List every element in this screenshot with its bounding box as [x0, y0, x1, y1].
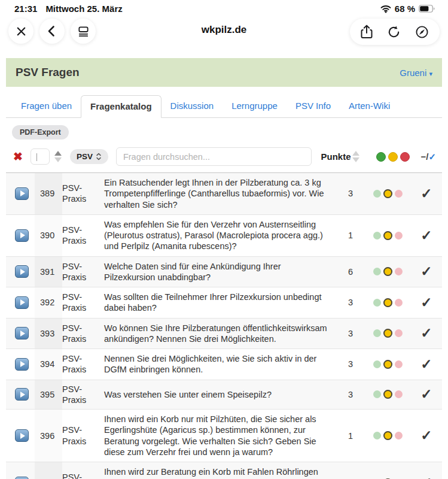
table-row: 391 PSV-Praxis Welche Daten sind für ein… — [6, 257, 442, 288]
yellow-light-icon[interactable] — [383, 431, 392, 440]
play-question-button[interactable] — [15, 358, 29, 371]
red-light-icon[interactable] — [395, 232, 403, 240]
yellow-light-icon[interactable] — [388, 152, 398, 162]
red-light-icon[interactable] — [395, 190, 403, 198]
question-id: 391 — [35, 257, 62, 287]
answered-checkmark[interactable]: ✓ — [411, 475, 442, 479]
tab-lerngruppe[interactable]: Lerngruppe — [223, 95, 287, 118]
red-light-icon[interactable] — [395, 360, 403, 368]
play-question-button[interactable] — [15, 229, 29, 242]
question-category: PSV-Praxis — [62, 421, 98, 450]
clear-filter-icon[interactable]: ✖ — [13, 151, 23, 162]
question-text: Ein Ratsuchender legt Ihnen in der Pilzb… — [98, 173, 337, 214]
id-sort-control[interactable] — [54, 151, 62, 162]
chevron-up-down-icon — [96, 152, 102, 161]
reload-button[interactable] — [387, 25, 401, 39]
tab-fragenkatalog[interactable]: Fragenkatalog — [81, 95, 161, 118]
red-light-icon[interactable] — [395, 329, 403, 337]
answered-checkmark[interactable]: ✓ — [411, 356, 442, 372]
tab-diskussion[interactable]: Diskussion — [161, 95, 223, 118]
question-points: 1 — [337, 231, 364, 240]
points-sort-control[interactable] — [352, 151, 359, 162]
green-light-icon[interactable] — [373, 329, 381, 337]
id-filter-input[interactable] — [31, 148, 50, 165]
green-light-icon[interactable] — [373, 299, 381, 307]
rating-lights — [364, 390, 411, 399]
tab-arten-wiki[interactable]: Arten-Wiki — [340, 95, 399, 118]
answered-checkmark[interactable]: ✓ — [411, 386, 442, 402]
yellow-light-icon[interactable] — [383, 360, 392, 369]
rating-lights — [364, 267, 411, 276]
yellow-light-icon[interactable] — [383, 267, 392, 276]
question-points: 3 — [337, 359, 364, 369]
question-id: 394 — [35, 349, 62, 380]
red-light-icon[interactable] — [400, 152, 410, 162]
rating-lights — [364, 231, 411, 240]
table-row: 394 PSV-Praxis Nennen Sie drei Möglichke… — [6, 349, 442, 380]
green-light-icon[interactable] — [373, 268, 381, 275]
play-question-button[interactable] — [15, 429, 29, 442]
battery-icon — [419, 5, 435, 13]
table-row: 390 PSV-Praxis Was empfehlen Sie für den… — [6, 215, 442, 257]
rating-lights — [364, 431, 411, 440]
table-row: 393 PSV-Praxis Wo können Sie Ihre Pilzbe… — [6, 319, 442, 350]
clock: 21:31 — [14, 4, 37, 14]
wifi-icon — [380, 5, 391, 13]
yellow-light-icon[interactable] — [383, 231, 392, 240]
play-question-button[interactable] — [15, 477, 29, 479]
answered-column-header[interactable]: −/✓ — [420, 151, 436, 162]
reload-icon — [387, 25, 401, 39]
safari-compass-button[interactable] — [415, 25, 429, 39]
question-category: PSV-Praxis — [62, 288, 98, 317]
yellow-light-icon[interactable] — [383, 189, 392, 198]
share-button[interactable] — [361, 25, 373, 39]
red-light-icon[interactable] — [395, 268, 403, 275]
yellow-light-icon[interactable] — [383, 298, 392, 307]
red-light-icon[interactable] — [395, 432, 403, 439]
psv-header: PSV Fragen Grueni ▾ — [6, 58, 442, 87]
tab-psv-info[interactable]: PSV Info — [287, 95, 340, 118]
question-category: PSV-Praxis — [62, 221, 98, 250]
green-light-icon[interactable] — [373, 232, 381, 240]
red-light-icon[interactable] — [395, 390, 403, 398]
answered-checkmark[interactable]: ✓ — [411, 325, 442, 341]
tab-fragen-üben[interactable]: Fragen üben — [12, 95, 81, 118]
play-question-button[interactable] — [15, 187, 29, 200]
yellow-light-icon[interactable] — [383, 329, 392, 338]
question-points: 3 — [337, 189, 364, 198]
user-name: Grueni — [400, 68, 426, 78]
question-points: 3 — [337, 390, 364, 399]
green-light-icon[interactable] — [373, 190, 381, 198]
question-points: 3 — [337, 329, 364, 338]
question-category: PSV-Praxis — [62, 468, 98, 479]
yellow-light-icon[interactable] — [383, 390, 392, 399]
category-filter-select[interactable]: PSV — [70, 149, 108, 164]
status-bar: 21:31 Mittwoch 25. März 68 % — [0, 0, 448, 14]
table-row: 395 PSV-Praxis Was verstehen Sie unter e… — [6, 380, 442, 410]
points-column-header[interactable]: Punkte — [321, 151, 351, 162]
question-points: 1 — [337, 431, 364, 441]
answered-checkmark[interactable]: ✓ — [411, 295, 442, 311]
play-question-button[interactable] — [15, 265, 29, 278]
table-row: 396 PSV-Praxis Ihnen wird ein Korb nur m… — [6, 410, 442, 462]
play-question-button[interactable] — [15, 296, 29, 309]
green-light-icon[interactable] — [373, 432, 381, 439]
table-toolbar: ✖ PSV Punkte −/✓ — [6, 147, 442, 173]
pdf-export-button[interactable]: PDF-Export — [12, 125, 69, 140]
answered-checkmark[interactable]: ✓ — [411, 186, 442, 202]
play-question-button[interactable] — [15, 327, 29, 339]
answered-checkmark[interactable]: ✓ — [411, 228, 442, 244]
green-light-icon[interactable] — [373, 390, 381, 398]
user-menu[interactable]: Grueni ▾ — [400, 68, 432, 78]
chevron-down-icon: ▾ — [429, 70, 432, 77]
play-question-button[interactable] — [15, 388, 29, 401]
green-light-icon[interactable] — [376, 152, 386, 162]
date: Mittwoch 25. März — [45, 4, 122, 14]
search-input[interactable] — [116, 147, 312, 166]
red-light-icon[interactable] — [395, 299, 403, 307]
answered-checkmark[interactable]: ✓ — [411, 428, 442, 444]
answered-checkmark[interactable]: ✓ — [411, 263, 442, 280]
question-id: 396 — [35, 410, 62, 462]
green-light-icon[interactable] — [373, 360, 381, 368]
question-text: Nennen Sie drei Möglichkeiten, wie Sie s… — [98, 349, 337, 380]
